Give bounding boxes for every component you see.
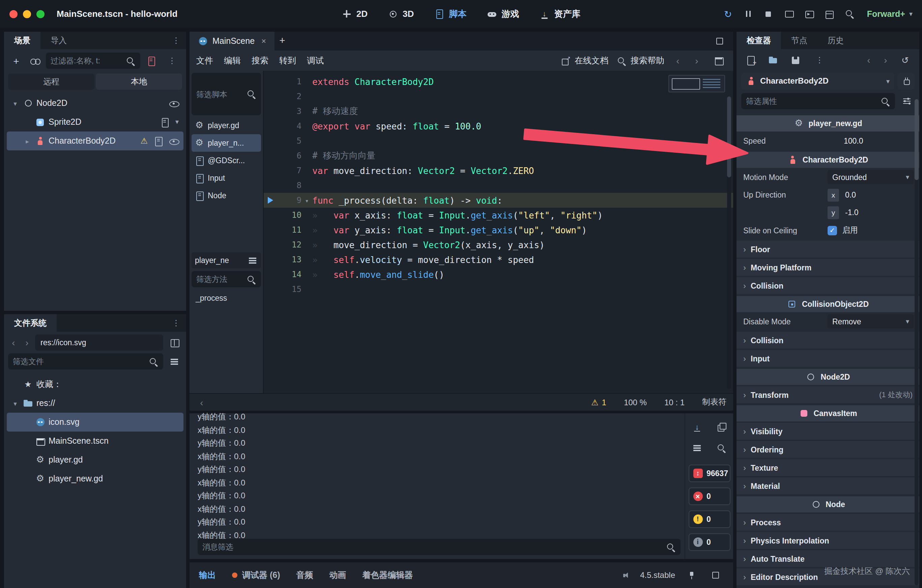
inspector-group-Process[interactable]: ›Process [737,514,919,531]
new-scene-tab-button[interactable] [274,32,290,48]
inspector-forward-icon[interactable]: › [880,52,891,68]
search-log-button[interactable] [713,439,729,456]
tab-local[interactable]: 本地 [96,74,182,90]
tab-history[interactable]: 历史 [817,32,854,49]
fs-tree-item-icon.svg[interactable]: icon.svg [7,413,183,431]
code-minimap[interactable] [669,75,725,92]
inspector-back-icon[interactable]: ‹ [863,52,874,68]
inspector-group-Ordering[interactable]: ›Ordering [737,441,919,458]
sort-members-icon[interactable] [247,255,258,265]
instantiate-scene-button[interactable] [27,52,43,69]
inspector-group-Material[interactable]: ›Material [737,477,919,494]
code-editor[interactable]: 1extends CharacterBody2D23# 移动速度4@export… [264,71,733,393]
bottom-tab-output[interactable]: 输出 [199,570,216,581]
inspector-group-Transform[interactable]: ›Transform(1 处改动) [737,386,919,403]
inspector-group-Collision[interactable]: ›Collision [737,277,919,294]
workspace-tab-3d[interactable]: 3D [381,4,420,24]
script-item-Node[interactable]: Node [191,187,261,204]
bottom-tab-audio[interactable]: 音频 [296,570,313,581]
indent-type[interactable]: 制表符 [702,397,726,408]
movie-mode-button[interactable] [801,6,817,22]
resource-menu-icon[interactable]: ⋮ [809,55,830,65]
inspector-category-CanvasItem[interactable]: CanvasItem [737,405,919,421]
script-filter-input[interactable] [196,90,243,98]
mute-audio-icon[interactable] [622,570,632,580]
filesystem-menu-icon[interactable]: ⋮ [166,314,186,332]
menu--[interactable]: 编辑 [224,55,241,67]
tab-node[interactable]: 节点 [781,32,817,49]
scene-extra-menu-icon[interactable]: ⋮ [162,56,182,65]
debug-badge-errors[interactable]: 0 [688,488,730,505]
property-value[interactable]: 100.0 [827,137,863,145]
remote-debug-button[interactable] [781,6,797,22]
tab-inspector[interactable]: 检查器 [737,32,781,49]
scrollbar-thumb[interactable] [915,99,919,180]
script-item-player_n...[interactable]: player_n... [191,134,261,152]
script-item-player.gd[interactable]: player.gd [191,117,261,134]
workspace-tab-dl[interactable]: 资产库 [533,4,587,24]
menu--[interactable]: 转到 [279,55,296,67]
sort-files-button[interactable] [166,353,182,369]
method-item-_process[interactable]: _process [191,290,261,306]
fold-icon[interactable]: ▾ [301,196,312,204]
stop-button[interactable] [760,6,777,22]
inspector-category-Node[interactable]: Node [737,496,919,513]
code-line-12[interactable]: 12» move_direction = Vector2(x_axis, y_a… [264,237,733,252]
copy-log-button[interactable] [713,419,729,435]
debug-badge-network[interactable]: 96637 [688,465,730,482]
code-line-1[interactable]: 1extends CharacterBody2D [264,74,733,89]
method-filter-input[interactable] [196,275,243,283]
close-window-button[interactable] [10,10,18,18]
axis-x-value[interactable]: 0.0 [839,191,856,199]
workspace-tab-2d[interactable]: 2D [335,4,374,24]
close-tab-icon[interactable]: × [262,36,266,46]
member-panel-header[interactable]: player_ne [191,252,261,268]
save-resource-button[interactable] [787,52,803,68]
inspector-group-Visibility[interactable]: ›Visibility [737,423,919,439]
code-line-4[interactable]: 4@export var speed: float = 100.0 [264,119,733,134]
tab-remote[interactable]: 远程 [8,74,95,90]
resource-path[interactable]: res://icon.svg [35,335,163,351]
scene-tree-item-Node2D[interactable]: ▾Node2D [7,94,183,113]
filesystem-filter-input[interactable] [13,358,145,366]
code-scrollbar[interactable] [727,96,731,389]
attach-script-button[interactable] [143,52,159,69]
online-docs-button[interactable]: 在线文档 [561,55,608,67]
load-resource-button[interactable] [765,52,781,68]
message-filter-input[interactable] [202,543,662,551]
scrollbar-thumb[interactable] [727,96,731,177]
inspector-group-Texture[interactable]: ›Texture [737,459,919,476]
grid-button[interactable] [821,6,837,22]
fs-tree-item-player.gd[interactable]: player.gd [7,451,183,469]
bottom-tab-debugger[interactable]: 调试器 (6) [232,570,280,581]
add-node-button[interactable] [8,52,24,69]
inspector-group-Moving-Platform[interactable]: ›Moving Platform [737,259,919,276]
inspector-category-Node2D[interactable]: Node2D [737,369,919,385]
dock-menu-icon[interactable]: ⋮ [166,32,186,49]
tab-filesystem[interactable]: 文件系统 [4,314,57,332]
expander-icon[interactable]: ▾ [11,400,20,407]
inspector-category-player_new.gd[interactable]: player_new.gd [737,115,919,131]
fs-tree-item--[interactable]: 收藏： [7,375,183,394]
fs-tree-item-res-[interactable]: ▾res:// [7,394,183,413]
debug-badge-warnings[interactable]: 0 [688,510,730,528]
code-line-6[interactable]: 6# 移动方向向量 [264,149,733,163]
split-view-button[interactable] [166,335,182,351]
code-line-8[interactable]: 8 [264,178,733,193]
distraction-free-button[interactable] [711,33,728,49]
code-line-2[interactable]: 2 [264,89,733,104]
workspace-tab-script[interactable]: 脚本 [427,4,473,24]
float-panel-button[interactable] [710,52,726,69]
search-help-button[interactable]: 搜索帮助 [616,55,664,67]
zoom-level[interactable]: 100 % [624,397,647,407]
reload-button[interactable] [720,6,736,22]
collapse-sidebar-icon[interactable]: ‹ [196,394,207,410]
new-resource-button[interactable] [742,52,759,68]
bottom-tab-animation[interactable]: 动画 [330,570,347,581]
object-history-button[interactable] [897,52,913,68]
dropdown-Motion-Mode[interactable]: Grounded▾ [827,170,914,184]
code-line-3[interactable]: 3# 移动速度 [264,104,733,119]
inspector-group-Physics-Interpolation[interactable]: ›Physics Interpolation [737,532,919,549]
bottom-tab-shader-editor[interactable]: 着色器编辑器 [363,570,413,581]
back-icon[interactable]: ‹ [8,335,19,351]
